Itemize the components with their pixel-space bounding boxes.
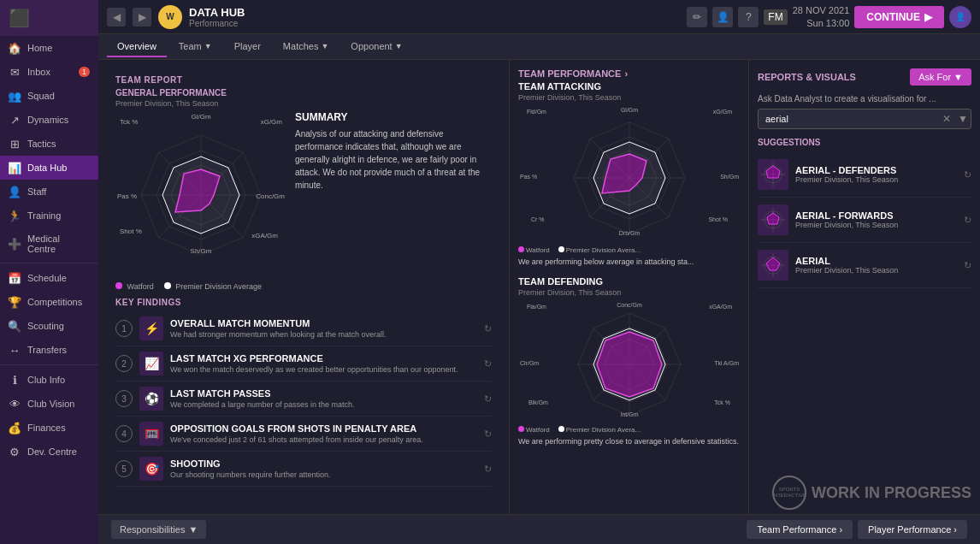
radar-chart-attacking: Gl/Gm xG/Gm Sh/Gm Shot % Drb/Gm Pas % Fl… bbox=[518, 105, 741, 246]
sidebar-label-training: Training bbox=[27, 210, 61, 221]
page-subtitle: Performance bbox=[189, 19, 680, 28]
help-icon[interactable]: ? bbox=[738, 7, 759, 27]
tab-matches[interactable]: Matches ▼ bbox=[273, 37, 339, 57]
finding-4-desc: We've conceded just 2 of 61 shots attemp… bbox=[170, 435, 477, 444]
back-button[interactable]: ◀ bbox=[107, 8, 126, 27]
sidebar-item-staff[interactable]: 👤 Staff bbox=[0, 180, 98, 204]
dev-centre-icon: ⚙ bbox=[9, 446, 21, 458]
player-performance-button[interactable]: Player Performance › bbox=[858, 520, 967, 539]
suggestion-3-refresh[interactable]: ↻ bbox=[964, 260, 971, 271]
sidebar-label-inbox: Inbox bbox=[27, 67, 50, 77]
team-performance-button[interactable]: Team Performance › bbox=[747, 520, 853, 539]
sidebar-item-squad[interactable]: 👥 Squad bbox=[0, 84, 98, 108]
input-clear-icon[interactable]: ✕ bbox=[942, 113, 951, 125]
suggestion-1-refresh[interactable]: ↻ bbox=[964, 169, 971, 180]
sidebar-item-home[interactable]: 🏠 Home bbox=[0, 36, 98, 60]
suggestion-2-thumb bbox=[758, 204, 788, 235]
input-dropdown-icon[interactable]: ▼ bbox=[958, 113, 968, 125]
radar-label-bottomright: xGA/Gm bbox=[251, 232, 278, 239]
general-performance-title: GENERAL PERFORMANCE bbox=[115, 88, 492, 98]
sidebar-item-schedule[interactable]: 📅 Schedule bbox=[0, 266, 98, 290]
finding-4-refresh[interactable]: ↻ bbox=[484, 429, 492, 440]
suggestion-3[interactable]: AERIAL Premier Division, This Season ↻ bbox=[758, 243, 971, 288]
finding-1-refresh[interactable]: ↻ bbox=[484, 323, 492, 334]
sidebar-item-inbox[interactable]: ✉ Inbox 1 bbox=[0, 60, 98, 84]
summary-area: SUMMARY Analysis of our attacking and de… bbox=[295, 111, 492, 274]
finding-3: 3 ⚽ LAST MATCH PASSES We completed a lar… bbox=[115, 381, 492, 417]
tab-team[interactable]: Team ▼ bbox=[168, 37, 222, 57]
ask-for-button[interactable]: Ask For ▼ bbox=[910, 68, 971, 86]
reports-title: REPORTS & VISUALS bbox=[758, 72, 856, 82]
attacking-summary: We are performing below average in attac… bbox=[518, 257, 740, 266]
finding-4: 4 🥅 OPPOSITION GOALS FROM SHOTS IN PENAL… bbox=[115, 417, 492, 452]
suggestion-2[interactable]: AERIAL - FORWARDS Premier Division, This… bbox=[758, 198, 971, 243]
responsibilities-button[interactable]: Responsibilities ▼ bbox=[111, 520, 206, 539]
analyst-search-input[interactable] bbox=[758, 109, 971, 129]
suggestion-1-content: AERIAL - DEFENDERS Premier Division, Thi… bbox=[795, 165, 957, 184]
suggestion-2-refresh[interactable]: ↻ bbox=[964, 215, 971, 226]
finding-5-num: 5 bbox=[115, 460, 133, 477]
legend-avg-dot bbox=[164, 282, 171, 289]
finding-2-refresh[interactable]: ↻ bbox=[484, 358, 492, 370]
sidebar-item-competitions[interactable]: 🏆 Competitions bbox=[0, 290, 98, 314]
general-performance-subtitle: Premier Division, This Season bbox=[115, 99, 492, 108]
wip-circle: SPORTSINTERACTIVE bbox=[772, 476, 806, 510]
sidebar-item-data-hub[interactable]: 📊 Data Hub bbox=[0, 156, 98, 180]
finding-3-refresh[interactable]: ↻ bbox=[484, 393, 492, 405]
inbox-icon: ✉ bbox=[9, 66, 21, 78]
bottom-bar: Responsibilities ▼ Team Performance › Pl… bbox=[98, 514, 980, 544]
continue-arrow-icon: ▶ bbox=[924, 11, 932, 23]
topbar-date: 28 NOV 2021 Sun 13:00 bbox=[793, 4, 850, 29]
finding-4-num: 4 bbox=[115, 425, 133, 442]
radar-legend: Watford Premier Division Average bbox=[115, 282, 492, 291]
main-content: TEAM REPORT GENERAL PERFORMANCE Premier … bbox=[98, 60, 980, 544]
suggestion-3-content: AERIAL Premier Division, This Season bbox=[795, 256, 957, 275]
sidebar-item-medical[interactable]: ➕ Medical Centre bbox=[0, 228, 98, 260]
sidebar-item-club-vision[interactable]: 👁 Club Vision bbox=[0, 392, 98, 416]
competitions-icon: 🏆 bbox=[9, 296, 21, 308]
finding-2-content: LAST MATCH XG PERFORMANCE We won the mat… bbox=[170, 353, 477, 374]
finding-1-title: OVERALL MATCH MOMENTUM bbox=[170, 318, 477, 328]
finding-2-desc: We won the match deservedly as we create… bbox=[170, 365, 477, 374]
wip-text: WORK IN PROGRESS bbox=[812, 484, 971, 502]
finding-5: 5 🎯 SHOOTING Our shooting numbers requir… bbox=[115, 452, 492, 487]
tab-overview[interactable]: Overview bbox=[107, 37, 167, 57]
suggestion-1-subtitle: Premier Division, This Season bbox=[795, 175, 957, 184]
suggestion-1-thumb bbox=[758, 159, 788, 190]
edit-icon[interactable]: ✏ bbox=[687, 7, 707, 27]
suggestion-2-subtitle: Premier Division, This Season bbox=[795, 221, 957, 229]
finding-5-desc: Our shooting numbers require further att… bbox=[170, 470, 477, 479]
sidebar-item-finances[interactable]: 💰 Finances bbox=[0, 416, 98, 440]
sidebar-item-transfers[interactable]: ↔ Transfers bbox=[0, 338, 98, 362]
sidebar-item-dynamics[interactable]: ↗ Dynamics bbox=[0, 108, 98, 132]
continue-button[interactable]: CONTINUE ▶ bbox=[854, 6, 944, 28]
sidebar-label-dev-centre: Dev. Centre bbox=[27, 446, 77, 457]
sidebar-label-squad: Squad bbox=[27, 91, 55, 101]
home-icon: 🏠 bbox=[9, 42, 21, 54]
suggestion-1[interactable]: AERIAL - DEFENDERS Premier Division, Thi… bbox=[758, 152, 971, 198]
general-performance-area: Gl/Gm xG/Gm Conc/Gm xGA/Gm Sh/Gm Shot % … bbox=[115, 111, 492, 274]
team-defending-section: TEAM DEFENDING Premier Division, This Se… bbox=[518, 276, 740, 446]
tab-player[interactable]: Player bbox=[224, 37, 271, 57]
sidebar-item-dev-centre[interactable]: ⚙ Dev. Centre bbox=[0, 440, 98, 464]
finding-5-refresh[interactable]: ↻ bbox=[484, 464, 492, 475]
sidebar-item-training[interactable]: 🏃 Training bbox=[0, 204, 98, 228]
suggestion-1-title: AERIAL - DEFENDERS bbox=[795, 165, 957, 175]
medical-icon: ➕ bbox=[9, 238, 21, 250]
tab-opponent[interactable]: Opponent ▼ bbox=[340, 37, 412, 57]
sidebar: ⬛ 🏠 Home ✉ Inbox 1 👥 Squad ↗ Dynamics ⊞ … bbox=[0, 0, 98, 544]
profile-icon[interactable]: 👤 bbox=[712, 7, 733, 27]
sidebar-item-club-info[interactable]: ℹ Club Info bbox=[0, 368, 98, 392]
sidebar-item-tactics[interactable]: ⊞ Tactics bbox=[0, 132, 98, 156]
suggestion-3-subtitle: Premier Division, This Season bbox=[795, 266, 957, 275]
sidebar-item-scouting[interactable]: 🔍 Scouting bbox=[0, 314, 98, 338]
radar-label-bottomleft: Shot % bbox=[120, 228, 142, 235]
finding-3-content: LAST MATCH PASSES We completed a large n… bbox=[170, 388, 477, 409]
radar-label-topleft: Tck % bbox=[120, 118, 138, 126]
ask-for-dropdown-icon: ▼ bbox=[953, 72, 963, 82]
summary-title: SUMMARY bbox=[295, 111, 492, 123]
mid-panel: TEAM PERFORMANCE › TEAM ATTACKING Premie… bbox=[510, 60, 749, 544]
analyst-prompt: Ask Data Analyst to create a visualisati… bbox=[758, 94, 971, 103]
forward-button[interactable]: ▶ bbox=[133, 8, 151, 27]
finding-3-icon: ⚽ bbox=[139, 387, 163, 411]
